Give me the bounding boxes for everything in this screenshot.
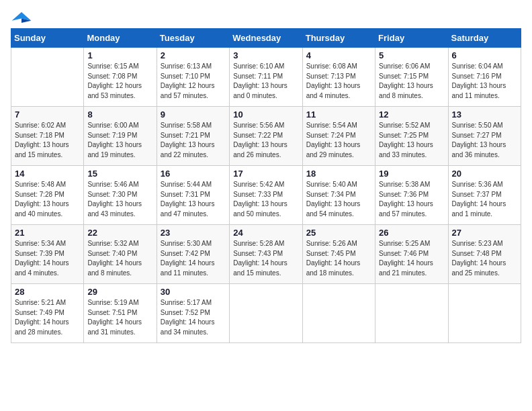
day-info: Sunrise: 6:00 AM Sunset: 7:19 PM Dayligh… bbox=[87, 121, 152, 160]
day-number: 17 bbox=[233, 169, 298, 179]
day-info: Sunrise: 5:56 AM Sunset: 7:22 PM Dayligh… bbox=[233, 121, 298, 160]
day-number: 9 bbox=[161, 109, 226, 120]
day-cell: 22Sunrise: 5:32 AM Sunset: 7:40 PM Dayli… bbox=[84, 225, 157, 284]
col-header-saturday: Saturday bbox=[448, 29, 521, 48]
day-number: 30 bbox=[161, 287, 226, 297]
col-header-friday: Friday bbox=[375, 29, 448, 48]
day-info: Sunrise: 5:40 AM Sunset: 7:34 PM Dayligh… bbox=[306, 180, 371, 219]
day-number: 6 bbox=[452, 50, 517, 60]
day-cell: 11Sunrise: 5:54 AM Sunset: 7:24 PM Dayli… bbox=[302, 107, 375, 166]
day-number: 18 bbox=[306, 169, 371, 179]
week-row-2: 7Sunrise: 6:02 AM Sunset: 7:18 PM Daylig… bbox=[11, 107, 521, 166]
day-number: 20 bbox=[452, 169, 517, 179]
day-info: Sunrise: 6:13 AM Sunset: 7:10 PM Dayligh… bbox=[161, 62, 226, 101]
day-info: Sunrise: 5:32 AM Sunset: 7:40 PM Dayligh… bbox=[87, 239, 152, 278]
header bbox=[11, 11, 521, 24]
day-cell: 27Sunrise: 5:23 AM Sunset: 7:48 PM Dayli… bbox=[448, 225, 521, 284]
day-cell: 2Sunrise: 6:13 AM Sunset: 7:10 PM Daylig… bbox=[157, 48, 229, 107]
day-cell: 21Sunrise: 5:34 AM Sunset: 7:39 PM Dayli… bbox=[11, 225, 84, 284]
day-number: 29 bbox=[87, 287, 152, 297]
calendar: SundayMondayTuesdayWednesdayThursdayFrid… bbox=[11, 28, 521, 343]
day-cell: 7Sunrise: 6:02 AM Sunset: 7:18 PM Daylig… bbox=[11, 107, 84, 166]
col-header-wednesday: Wednesday bbox=[230, 29, 302, 48]
day-info: Sunrise: 5:50 AM Sunset: 7:27 PM Dayligh… bbox=[452, 121, 517, 160]
day-info: Sunrise: 5:38 AM Sunset: 7:36 PM Dayligh… bbox=[379, 180, 444, 219]
day-cell: 19Sunrise: 5:38 AM Sunset: 7:36 PM Dayli… bbox=[375, 166, 448, 225]
day-info: Sunrise: 6:10 AM Sunset: 7:11 PM Dayligh… bbox=[233, 62, 298, 101]
day-cell: 30Sunrise: 5:17 AM Sunset: 7:52 PM Dayli… bbox=[157, 284, 229, 343]
day-number: 3 bbox=[233, 50, 298, 60]
day-info: Sunrise: 6:06 AM Sunset: 7:15 PM Dayligh… bbox=[379, 62, 444, 101]
day-info: Sunrise: 5:25 AM Sunset: 7:46 PM Dayligh… bbox=[379, 239, 444, 278]
day-cell: 9Sunrise: 5:58 AM Sunset: 7:21 PM Daylig… bbox=[157, 107, 229, 166]
week-row-4: 21Sunrise: 5:34 AM Sunset: 7:39 PM Dayli… bbox=[11, 225, 521, 284]
day-cell: 17Sunrise: 5:42 AM Sunset: 7:33 PM Dayli… bbox=[230, 166, 302, 225]
day-info: Sunrise: 5:58 AM Sunset: 7:21 PM Dayligh… bbox=[161, 121, 226, 160]
logo bbox=[11, 11, 35, 24]
day-info: Sunrise: 5:42 AM Sunset: 7:33 PM Dayligh… bbox=[233, 180, 298, 219]
day-number: 7 bbox=[15, 109, 80, 120]
day-cell: 14Sunrise: 5:48 AM Sunset: 7:28 PM Dayli… bbox=[11, 166, 84, 225]
day-cell: 3Sunrise: 6:10 AM Sunset: 7:11 PM Daylig… bbox=[230, 48, 302, 107]
day-number: 26 bbox=[379, 228, 444, 238]
day-info: Sunrise: 5:52 AM Sunset: 7:25 PM Dayligh… bbox=[379, 121, 444, 160]
day-cell: 28Sunrise: 5:21 AM Sunset: 7:49 PM Dayli… bbox=[11, 284, 84, 343]
day-info: Sunrise: 6:04 AM Sunset: 7:16 PM Dayligh… bbox=[452, 62, 517, 101]
day-number: 12 bbox=[379, 109, 444, 120]
day-cell: 18Sunrise: 5:40 AM Sunset: 7:34 PM Dayli… bbox=[302, 166, 375, 225]
day-number: 2 bbox=[161, 50, 226, 60]
day-cell: 13Sunrise: 5:50 AM Sunset: 7:27 PM Dayli… bbox=[448, 107, 521, 166]
day-number: 24 bbox=[233, 228, 298, 238]
day-info: Sunrise: 5:17 AM Sunset: 7:52 PM Dayligh… bbox=[161, 298, 226, 337]
day-info: Sunrise: 5:23 AM Sunset: 7:48 PM Dayligh… bbox=[452, 239, 517, 278]
day-info: Sunrise: 5:54 AM Sunset: 7:24 PM Dayligh… bbox=[306, 121, 371, 160]
day-cell bbox=[230, 284, 302, 343]
header-row: SundayMondayTuesdayWednesdayThursdayFrid… bbox=[11, 29, 521, 48]
day-cell bbox=[302, 284, 375, 343]
day-number: 21 bbox=[15, 228, 80, 238]
day-cell bbox=[448, 284, 521, 343]
day-cell: 24Sunrise: 5:28 AM Sunset: 7:43 PM Dayli… bbox=[230, 225, 302, 284]
day-info: Sunrise: 5:34 AM Sunset: 7:39 PM Dayligh… bbox=[15, 239, 80, 278]
day-number: 8 bbox=[87, 109, 152, 120]
day-number: 13 bbox=[452, 109, 517, 120]
day-info: Sunrise: 6:02 AM Sunset: 7:18 PM Dayligh… bbox=[15, 121, 80, 160]
day-info: Sunrise: 5:21 AM Sunset: 7:49 PM Dayligh… bbox=[15, 298, 80, 337]
day-number: 15 bbox=[87, 169, 152, 179]
week-row-1: 1Sunrise: 6:15 AM Sunset: 7:08 PM Daylig… bbox=[11, 48, 521, 107]
day-info: Sunrise: 6:15 AM Sunset: 7:08 PM Dayligh… bbox=[87, 62, 152, 101]
day-info: Sunrise: 5:26 AM Sunset: 7:45 PM Dayligh… bbox=[306, 239, 371, 278]
day-cell: 26Sunrise: 5:25 AM Sunset: 7:46 PM Dayli… bbox=[375, 225, 448, 284]
week-row-5: 28Sunrise: 5:21 AM Sunset: 7:49 PM Dayli… bbox=[11, 284, 521, 343]
day-info: Sunrise: 5:44 AM Sunset: 7:31 PM Dayligh… bbox=[161, 180, 226, 219]
day-cell: 1Sunrise: 6:15 AM Sunset: 7:08 PM Daylig… bbox=[84, 48, 157, 107]
day-cell: 8Sunrise: 6:00 AM Sunset: 7:19 PM Daylig… bbox=[84, 107, 157, 166]
day-number: 22 bbox=[87, 228, 152, 238]
col-header-thursday: Thursday bbox=[302, 29, 375, 48]
day-info: Sunrise: 5:36 AM Sunset: 7:37 PM Dayligh… bbox=[452, 180, 517, 219]
day-number: 1 bbox=[87, 50, 152, 60]
day-cell: 20Sunrise: 5:36 AM Sunset: 7:37 PM Dayli… bbox=[448, 166, 521, 225]
day-number: 4 bbox=[306, 50, 371, 60]
day-number: 23 bbox=[161, 228, 226, 238]
week-row-3: 14Sunrise: 5:48 AM Sunset: 7:28 PM Dayli… bbox=[11, 166, 521, 225]
day-info: Sunrise: 6:08 AM Sunset: 7:13 PM Dayligh… bbox=[306, 62, 371, 101]
day-cell: 5Sunrise: 6:06 AM Sunset: 7:15 PM Daylig… bbox=[375, 48, 448, 107]
day-info: Sunrise: 5:48 AM Sunset: 7:28 PM Dayligh… bbox=[15, 180, 80, 219]
day-cell: 29Sunrise: 5:19 AM Sunset: 7:51 PM Dayli… bbox=[84, 284, 157, 343]
day-number: 19 bbox=[379, 169, 444, 179]
day-number: 11 bbox=[306, 109, 371, 120]
day-cell: 23Sunrise: 5:30 AM Sunset: 7:42 PM Dayli… bbox=[157, 225, 229, 284]
day-cell bbox=[11, 48, 84, 107]
day-cell: 6Sunrise: 6:04 AM Sunset: 7:16 PM Daylig… bbox=[448, 48, 521, 107]
col-header-sunday: Sunday bbox=[11, 29, 84, 48]
day-info: Sunrise: 5:28 AM Sunset: 7:43 PM Dayligh… bbox=[233, 239, 298, 278]
day-number: 28 bbox=[15, 287, 80, 297]
day-number: 10 bbox=[233, 109, 298, 120]
day-number: 27 bbox=[452, 228, 517, 238]
day-info: Sunrise: 5:30 AM Sunset: 7:42 PM Dayligh… bbox=[161, 239, 226, 278]
day-cell: 10Sunrise: 5:56 AM Sunset: 7:22 PM Dayli… bbox=[230, 107, 302, 166]
day-cell: 16Sunrise: 5:44 AM Sunset: 7:31 PM Dayli… bbox=[157, 166, 229, 225]
logo-icon bbox=[11, 11, 32, 24]
col-header-monday: Monday bbox=[84, 29, 157, 48]
